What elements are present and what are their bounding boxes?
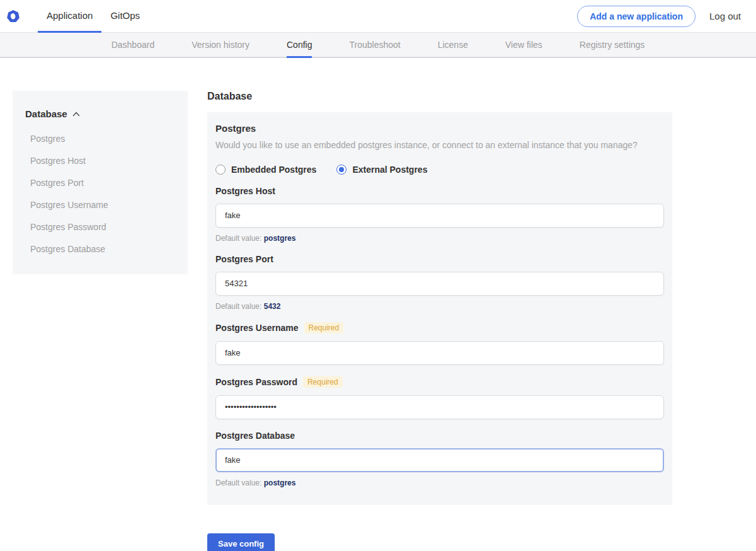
group-description: Would you like to use an embedded postgr… <box>215 139 664 152</box>
subnav-tab-troubleshoot[interactable]: Troubleshoot <box>349 33 400 58</box>
postgres-host-input[interactable] <box>215 204 664 228</box>
default-value-text: 5432 <box>264 302 281 311</box>
field-label-row: Postgres Password Required <box>215 376 664 388</box>
field-postgres-database: Postgres Database Default value: postgre… <box>215 431 664 487</box>
radio-label: Embedded Postgres <box>231 165 316 175</box>
field-label: Postgres Password <box>215 377 297 387</box>
subnav-tab-view-files[interactable]: View files <box>505 33 542 58</box>
field-postgres-port: Postgres Port Default value: 5432 <box>215 254 664 311</box>
postgres-username-input[interactable] <box>215 341 664 365</box>
sidebar-item-postgres-database[interactable]: Postgres Database <box>25 238 175 260</box>
field-label-row: Postgres Username Required <box>215 322 664 334</box>
radio-unselected-icon[interactable] <box>215 165 226 175</box>
field-label-row: Postgres Port <box>215 254 664 264</box>
config-group-card: Postgres Would you like to use an embedd… <box>207 112 672 505</box>
subnav-tab-config[interactable]: Config <box>287 33 312 58</box>
logout-button[interactable]: Log out <box>709 11 741 21</box>
sidebar-item-postgres[interactable]: Postgres <box>25 128 175 150</box>
radio-embedded-postgres[interactable]: Embedded Postgres <box>215 165 316 175</box>
group-label: Postgres <box>215 123 664 134</box>
sidebar-item-list: PostgresPostgres HostPostgres PortPostgr… <box>25 128 175 260</box>
required-badge: Required <box>303 376 343 388</box>
kots-logo-icon <box>6 9 20 23</box>
add-new-application-button[interactable]: Add a new application <box>577 6 696 27</box>
subnav-tab-version-history[interactable]: Version history <box>192 33 249 58</box>
field-label: Postgres Port <box>215 254 273 264</box>
field-default-helper: Default value: 5432 <box>215 302 664 311</box>
default-value-text: postgres <box>264 478 296 487</box>
field-label-row: Postgres Database <box>215 431 664 441</box>
default-value-prefix: Default value: <box>215 478 261 487</box>
postgres-port-input[interactable] <box>215 272 664 296</box>
subnav-tab-dashboard[interactable]: Dashboard <box>112 33 155 58</box>
chevron-up-icon <box>72 112 80 117</box>
field-postgres-host: Postgres Host Default value: postgres <box>215 186 664 243</box>
config-sidebar: Database PostgresPostgres HostPostgres P… <box>13 91 188 274</box>
sidebar-item-postgres-port[interactable]: Postgres Port <box>25 172 175 194</box>
sidebar-item-postgres-host[interactable]: Postgres Host <box>25 150 175 172</box>
app-logo[interactable] <box>6 0 20 32</box>
required-badge: Required <box>304 322 344 334</box>
subnav-tab-license[interactable]: License <box>438 33 468 58</box>
radio-selected-icon[interactable] <box>336 165 346 175</box>
top-tab-application[interactable]: Application <box>38 0 101 33</box>
field-label: Postgres Username <box>215 323 299 333</box>
field-label: Postgres Database <box>215 431 295 441</box>
top-header: ApplicationGitOps Add a new application … <box>0 0 756 32</box>
default-value-prefix: Default value: <box>215 234 261 243</box>
app-subnav: DashboardVersion historyConfigTroublesho… <box>0 32 756 58</box>
save-config-button[interactable]: Save config <box>207 533 275 551</box>
subnav-tab-registry-settings[interactable]: Registry settings <box>580 33 644 58</box>
default-value-text: postgres <box>264 234 296 243</box>
postgres-database-input[interactable] <box>215 448 664 472</box>
page-title: Database <box>207 91 672 102</box>
field-postgres-username: Postgres Username Required <box>215 322 664 365</box>
config-main: Database Postgres Would you like to use … <box>207 91 672 551</box>
field-label: Postgres Host <box>215 186 275 196</box>
sidebar-group-title-text: Database <box>25 108 67 119</box>
top-nav: ApplicationGitOps <box>38 0 149 32</box>
sidebar-item-postgres-password[interactable]: Postgres Password <box>25 216 175 238</box>
sidebar-group-database[interactable]: Database <box>25 108 175 119</box>
field-label-row: Postgres Host <box>215 186 664 196</box>
field-postgres-password: Postgres Password Required <box>215 376 664 419</box>
postgres-type-radio-group: Embedded PostgresExternal Postgres <box>215 165 664 175</box>
radio-label: External Postgres <box>352 165 427 175</box>
postgres-password-input[interactable] <box>215 395 664 419</box>
topbar-right: Add a new application Log out <box>577 0 741 32</box>
top-tab-gitops[interactable]: GitOps <box>101 0 149 33</box>
sidebar-item-postgres-username[interactable]: Postgres Username <box>25 194 175 216</box>
field-default-helper: Default value: postgres <box>215 478 664 487</box>
default-value-prefix: Default value: <box>215 302 261 311</box>
field-default-helper: Default value: postgres <box>215 234 664 243</box>
radio-external-postgres[interactable]: External Postgres <box>336 165 427 175</box>
content-area: Database PostgresPostgres HostPostgres P… <box>0 58 756 551</box>
config-fields: Postgres Host Default value: postgres Po… <box>215 186 664 487</box>
